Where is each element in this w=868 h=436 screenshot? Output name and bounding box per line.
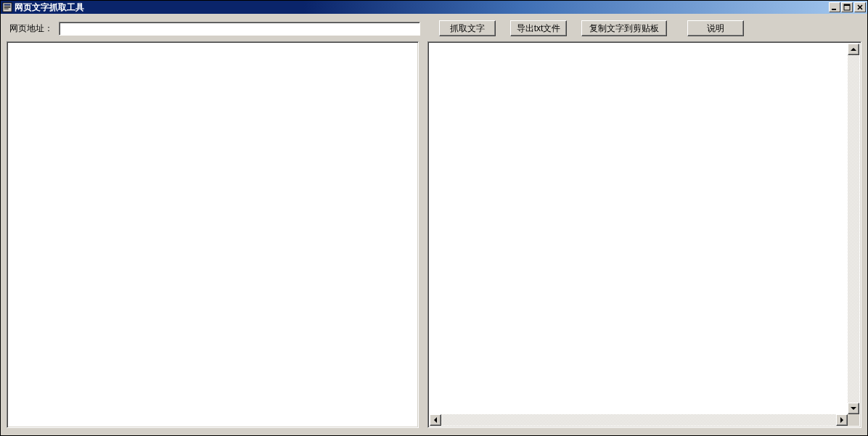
scroll-left-button[interactable] bbox=[430, 414, 441, 426]
extracted-text-area[interactable] bbox=[430, 44, 848, 414]
close-button[interactable] bbox=[854, 2, 866, 12]
svg-rect-2 bbox=[4, 6, 11, 7]
help-button[interactable]: 说明 bbox=[687, 20, 744, 36]
scroll-down-button[interactable] bbox=[848, 403, 859, 414]
svg-rect-4 bbox=[4, 9, 9, 9]
scroll-right-button[interactable] bbox=[836, 414, 848, 426]
url-label: 网页地址： bbox=[7, 22, 54, 35]
panes bbox=[7, 41, 861, 428]
scroll-up-button[interactable] bbox=[848, 44, 859, 55]
titlebar[interactable]: 网页文字抓取工具 bbox=[1, 1, 867, 14]
window-title: 网页文字抓取工具 bbox=[15, 1, 828, 14]
app-icon bbox=[2, 2, 12, 12]
minimize-button[interactable] bbox=[829, 2, 840, 12]
svg-rect-7 bbox=[844, 4, 850, 6]
vertical-scroll-track[interactable] bbox=[848, 55, 859, 403]
arrow-left-icon bbox=[434, 417, 437, 423]
grab-text-button[interactable]: 抓取文字 bbox=[439, 20, 496, 36]
window-controls bbox=[828, 2, 866, 12]
arrow-up-icon bbox=[851, 48, 856, 51]
arrow-down-icon bbox=[851, 407, 856, 410]
horizontal-scrollbar[interactable] bbox=[430, 414, 848, 426]
svg-rect-5 bbox=[832, 9, 836, 10]
arrow-right-icon bbox=[840, 417, 843, 423]
horizontal-scroll-track[interactable] bbox=[441, 414, 836, 426]
main-window: 网页文字抓取工具 网页地址： 抓取文字 导出txt文件 复制文字到剪贴板 说明 bbox=[0, 0, 868, 436]
client-area: 网页地址： 抓取文字 导出txt文件 复制文字到剪贴板 说明 bbox=[1, 14, 867, 435]
toolbar: 网页地址： 抓取文字 导出txt文件 复制文字到剪贴板 说明 bbox=[7, 20, 861, 37]
svg-rect-1 bbox=[4, 4, 11, 6]
maximize-button[interactable] bbox=[841, 2, 853, 12]
url-input[interactable] bbox=[59, 22, 420, 36]
vertical-scrollbar[interactable] bbox=[848, 44, 859, 414]
export-txt-button[interactable]: 导出txt文件 bbox=[510, 20, 567, 36]
copy-clipboard-button[interactable]: 复制文字到剪贴板 bbox=[581, 20, 667, 36]
extracted-text-pane[interactable] bbox=[427, 41, 861, 428]
svg-rect-3 bbox=[4, 7, 11, 8]
web-preview-pane[interactable] bbox=[7, 41, 419, 428]
scroll-corner bbox=[848, 414, 859, 426]
